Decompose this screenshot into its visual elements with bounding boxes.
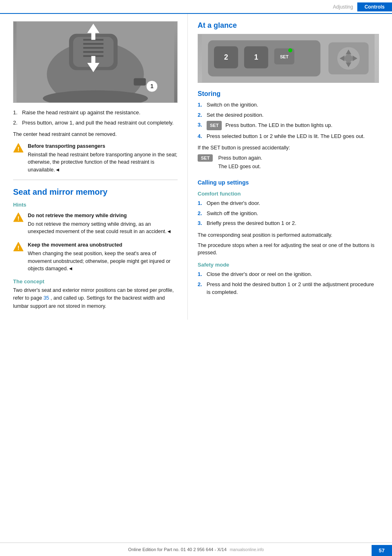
warning-triangle-icon: ! [13,142,24,153]
svg-rect-15 [134,78,146,86]
section-divider [13,180,178,180]
concept-heading: The concept [13,278,178,285]
warning-triangle-icon-3: ! [13,241,24,252]
safety-step-1: 1. Close the driver's door or reel on th… [198,270,379,278]
comfort-step-2: 2. Switch off the ignition. [198,209,379,218]
warning-text-3: Keep the movement area unobstructed When… [28,241,178,273]
storing-step-2: 2. Set the desired position. [198,111,379,119]
comfort-note-1: The corresponding seat position is perfo… [198,231,379,239]
set-button-graphic-2: SET [198,154,213,162]
svg-text:2: 2 [224,53,228,61]
center-headrest-note: The center head restraint cannot be remo… [13,131,178,138]
set-accidentally-action-row: SET Press button again. The LED goes out… [198,154,379,174]
svg-text:!: ! [18,215,20,222]
concept-page-link[interactable]: 35 [43,295,49,301]
comfort-steps: 1. Open the driver's door. 2. Switch off… [198,199,379,227]
warning-box-2: ! Do not retrieve the memory while drivi… [13,212,178,236]
headrest-steps: 1. Raise the head restraint up against t… [13,109,178,127]
header-adjusting-label: Adjusting [333,4,357,10]
hints-title: Hints [13,202,178,208]
safety-steps: 1. Close the driver's door or reel on th… [198,270,379,296]
svg-text:SET: SET [280,54,289,59]
calling-up-title: Calling up settings [198,179,379,186]
svg-rect-12 [91,56,96,64]
storing-section-title: Storing [198,90,379,98]
footer-site: manualsonline.info [230,547,264,552]
comfort-function-title: Comfort function [198,191,379,197]
safety-step-2: 2. Press and hold the desired button 1 o… [198,280,379,296]
page-body: 1 1. Raise the head restraint up against… [0,14,392,320]
comfort-step-1: 1. Open the driver's door. [198,199,379,207]
set-accidentally-result: The LED goes out. [218,163,262,171]
storing-step-1: 1. Switch on the ignition. [198,101,379,109]
svg-text:!: ! [18,146,20,152]
right-column: At a glance 2 1 SET [188,14,392,320]
warning-text-2: Do not retrieve the memory while driving… [28,212,178,236]
headrest-step-2: 2. Press button, arrow 1, and pull the h… [13,119,178,127]
svg-point-34 [345,54,353,62]
page-number: 57 [372,545,392,556]
left-column: 1 1. Raise the head restraint up against… [0,14,188,320]
svg-text:1: 1 [150,83,154,89]
headrest-step-1: 1. Raise the head restraint up against t… [13,109,178,117]
page-footer: Online Edition for Part no. 01 40 2 956 … [0,543,392,556]
safety-mode-title: Safety mode [198,262,379,268]
seat-memory-panel-image: 2 1 SET [198,34,379,83]
footer-text: Online Edition for Part no. 01 40 2 956 … [128,547,227,552]
warning-text-1: Before transporting passengers Reinstall… [28,142,178,174]
warning-box-3: ! Keep the movement area unobstructed Wh… [13,241,178,273]
page-header: Adjusting Controls [0,0,392,14]
header-controls-label: Controls [357,2,392,11]
set-button-graphic-1: SET [207,121,222,130]
storing-steps: 1. Switch on the ignition. 2. Set the de… [198,101,379,140]
if-set-accidentally-label: If the SET button is pressed accidentall… [198,144,379,152]
warning-box-1: ! Before transporting passengers Reinsta… [13,142,178,174]
concept-text: Two driver's seat and exterior mirror po… [13,287,178,310]
headrest-image: 1 [13,21,178,103]
svg-text:!: ! [18,245,20,251]
comfort-note-2: The procedure stops when a reel for adju… [198,242,379,257]
warning-triangle-icon-2: ! [13,212,24,222]
seat-memory-section-title: Seat and mirror memory [13,187,178,197]
comfort-step-3: 3. Briefly press the desired button 1 or… [198,219,379,227]
at-glance-title: At a glance [198,21,379,30]
storing-step-3: 3. SET Press button. The LED in the butt… [198,121,379,130]
set-accidentally-action: Press button again. [218,154,262,162]
svg-text:1: 1 [254,53,258,61]
svg-rect-10 [91,32,96,40]
storing-step-4: 4. Press selected button 1 or 2 while th… [198,132,379,140]
svg-point-31 [288,48,292,52]
